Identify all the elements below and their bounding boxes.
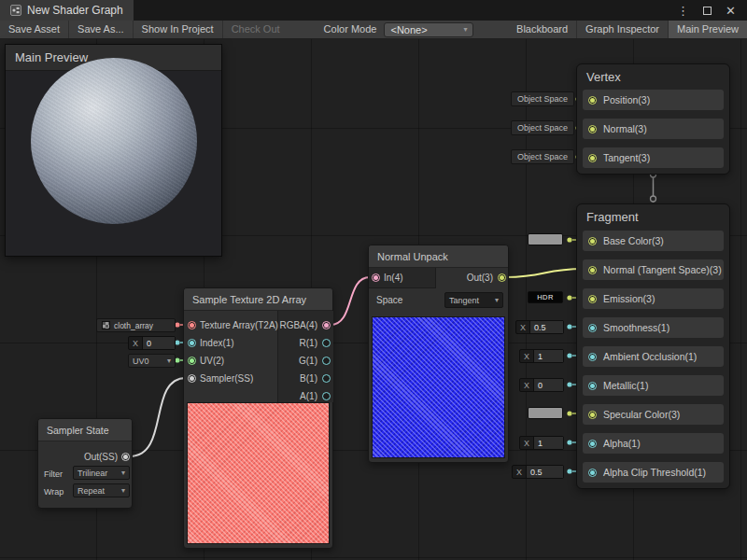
- fragment-row-normal[interactable]: Normal (Tangent Space)(3): [583, 259, 724, 280]
- blackboard-toggle[interactable]: Blackboard: [508, 21, 577, 38]
- port-tangent-in[interactable]: [588, 154, 597, 162]
- port-basecolor-in[interactable]: [588, 237, 597, 245]
- sample-texture-2d-array-node[interactable]: Sample Texture 2D Array Texture Array(T2…: [183, 287, 333, 549]
- fragment-row-alphaclip[interactable]: Alpha Clip Threshold(1): [583, 462, 724, 483]
- chevron-down-icon: ▾: [167, 357, 171, 365]
- node-title[interactable]: Sample Texture 2D Array: [184, 288, 332, 311]
- float-value[interactable]: 1: [533, 437, 563, 449]
- port-normal-in[interactable]: [588, 125, 597, 133]
- port-alphaclip-in[interactable]: [588, 469, 597, 477]
- graph-inspector-toggle[interactable]: Graph Inspector: [577, 21, 669, 38]
- color-mode-value: <None>: [390, 24, 427, 35]
- port-out3[interactable]: [498, 273, 506, 282]
- port-alpha-in[interactable]: [588, 440, 597, 448]
- uv-channel-dropdown[interactable]: UV0 ▾: [128, 354, 176, 368]
- port-specular-in[interactable]: [588, 411, 597, 419]
- port-r-out[interactable]: [322, 339, 331, 347]
- edge-unpack-to-fragment-normal[interactable]: [506, 269, 584, 277]
- basecolor-swatch[interactable]: [528, 233, 563, 245]
- float-value[interactable]: 0: [533, 379, 563, 391]
- emission-hdr-swatch[interactable]: HDR: [528, 291, 563, 303]
- position-space-dropdown[interactable]: Object Space: [511, 91, 574, 106]
- vertex-row-normal[interactable]: Normal(3): [583, 119, 724, 139]
- vertex-row-tangent[interactable]: Tangent(3): [583, 147, 724, 168]
- port-emission-in[interactable]: [588, 295, 597, 303]
- port-in4[interactable]: [372, 273, 380, 282]
- vertex-stack-node[interactable]: Vertex Position(3) Normal(3) Tangent(3): [576, 63, 730, 175]
- filter-dropdown[interactable]: Trilinear ▾: [73, 466, 130, 480]
- port-sampler-in[interactable]: [188, 374, 196, 383]
- main-preview-toggle[interactable]: Main Preview: [669, 21, 747, 38]
- dropdown-value: Repeat: [78, 486, 105, 496]
- wrap-dropdown[interactable]: Repeat ▾: [73, 483, 130, 497]
- check-out-button: Check Out: [223, 21, 289, 38]
- vertex-row-position[interactable]: Position(3): [583, 90, 724, 110]
- port-texture-array-in[interactable]: [188, 321, 196, 329]
- graph-canvas[interactable]: Main Preview Vertex Position(3) Normal(3…: [0, 39, 747, 560]
- fragment-row-basecolor[interactable]: Base Color(3): [583, 231, 724, 251]
- smoothness-field[interactable]: X 0.5: [515, 320, 564, 334]
- row-label: Normal(3): [603, 123, 647, 134]
- fragment-row-smoothness[interactable]: Smoothness(1): [583, 317, 724, 338]
- index-field[interactable]: X 0: [128, 336, 176, 350]
- port-fragnormal-in[interactable]: [588, 266, 597, 274]
- cloth-array-chip[interactable]: cloth_array: [96, 318, 176, 332]
- show-in-project-button[interactable]: Show In Project: [134, 21, 223, 38]
- float-value[interactable]: 0.5: [529, 321, 563, 333]
- float-value[interactable]: 1: [533, 350, 563, 362]
- node-title[interactable]: Sampler State: [38, 419, 132, 441]
- port-position-in[interactable]: [588, 96, 597, 105]
- tab-new-shader-graph[interactable]: New Shader Graph: [0, 0, 134, 21]
- close-icon[interactable]: ✕: [726, 4, 736, 18]
- ao-field[interactable]: X 1: [519, 349, 564, 363]
- fragment-stack-node[interactable]: Fragment Base Color(3) Normal (Tangent S…: [576, 203, 730, 489]
- alpha-field[interactable]: X 1: [519, 436, 564, 450]
- chevron-down-icon: ▾: [495, 296, 499, 304]
- port-g-out[interactable]: [322, 357, 331, 365]
- chevron-down-icon: ▾: [121, 486, 125, 495]
- maximize-icon[interactable]: [703, 7, 712, 15]
- dropdown-value: Tangent: [449, 296, 479, 305]
- toolbar-toggles: Blackboard Graph Inspector Main Preview: [508, 21, 747, 38]
- float-value[interactable]: 0: [142, 337, 175, 349]
- fragment-row-metallic[interactable]: Metallic(1): [583, 375, 724, 396]
- port-smoothness-in[interactable]: [588, 324, 597, 332]
- metallic-field[interactable]: X 0: [519, 378, 564, 392]
- sampler-state-node[interactable]: Sampler State Out(SS) Filter Trilinear ▾…: [37, 418, 133, 509]
- color-mode-dropdown[interactable]: <None> ▾: [384, 22, 473, 37]
- color-mode-group: Color Mode <None> ▾: [320, 21, 482, 38]
- port-metallic-in[interactable]: [588, 382, 597, 390]
- port-b-out[interactable]: [322, 374, 331, 383]
- port-ao-in[interactable]: [588, 353, 597, 361]
- main-preview-panel[interactable]: Main Preview: [5, 44, 222, 257]
- kebab-menu-icon[interactable]: ⋮: [677, 4, 689, 18]
- tangent-space-dropdown[interactable]: Object Space: [511, 149, 574, 164]
- wrap-label: Wrap: [44, 486, 63, 497]
- port-label: Index(1): [200, 338, 234, 349]
- node-title[interactable]: Normal Unpack: [369, 245, 508, 268]
- normal-space-dropdown[interactable]: Object Space: [511, 120, 574, 135]
- edge-rgba-to-normal-unpack[interactable]: [331, 277, 370, 325]
- float-value[interactable]: 0.5: [526, 466, 563, 478]
- port-rgba-out[interactable]: [322, 321, 331, 329]
- stub-dot-alpha: [567, 440, 571, 444]
- alphaclip-field[interactable]: X 0.5: [512, 465, 564, 479]
- fragment-row-ao[interactable]: Ambient Occlusion(1): [583, 346, 724, 367]
- fragment-row-alpha[interactable]: Alpha(1): [583, 433, 724, 454]
- port-out-ss[interactable]: [121, 453, 130, 461]
- port-index-in[interactable]: [188, 339, 196, 347]
- save-asset-button[interactable]: Save Asset: [0, 21, 69, 38]
- row-label: Position(3): [603, 94, 650, 105]
- port-a-out[interactable]: [322, 392, 331, 400]
- fragment-row-specular[interactable]: Specular Color(3): [583, 404, 724, 425]
- normal-unpack-node[interactable]: Normal Unpack In(4) Out(3) Space Tangent…: [368, 245, 509, 463]
- save-as-button[interactable]: Save As...: [69, 21, 134, 38]
- fragment-row-emission[interactable]: Emission(3): [583, 288, 724, 309]
- space-dropdown[interactable]: Tangent ▾: [444, 292, 503, 308]
- specular-swatch[interactable]: [528, 407, 563, 419]
- row-label: Ambient Occlusion(1): [603, 351, 697, 362]
- dropdown-value: UV0: [133, 357, 149, 366]
- main-preview-title: Main Preview: [15, 50, 88, 64]
- port-uv-in[interactable]: [188, 357, 196, 365]
- edge-samplerstate-to-sampler[interactable]: [130, 378, 186, 456]
